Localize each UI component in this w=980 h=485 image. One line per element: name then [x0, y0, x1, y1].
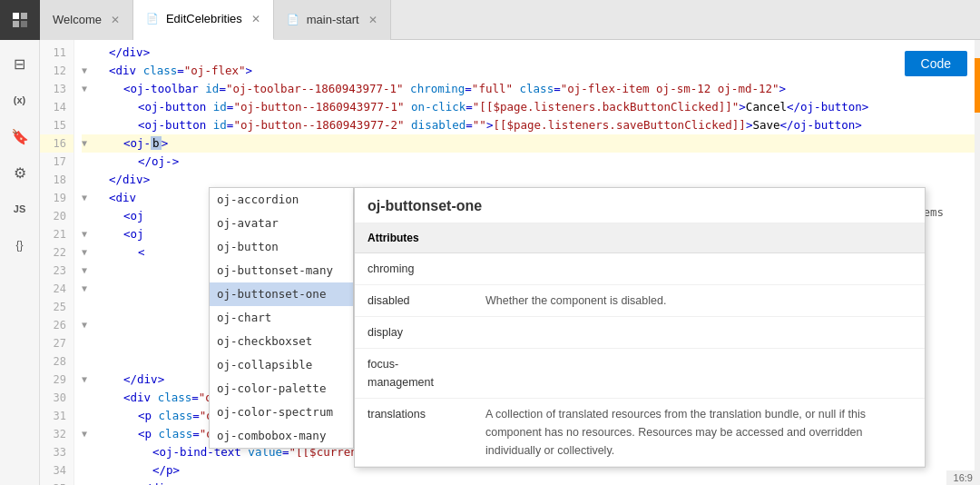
tooltip-table: Attributes chroming disabled Whether the… — [355, 223, 925, 467]
autocomplete-item[interactable]: oj-button — [210, 235, 353, 259]
autocomplete-dropdown[interactable]: oj-accordion oj-avatar oj-button oj-butt… — [209, 187, 354, 449]
tab-main-start-close[interactable]: ✕ — [368, 14, 377, 26]
settings-icon[interactable]: ⚙ — [4, 156, 36, 189]
file-icon[interactable]: ⊟ — [4, 47, 36, 80]
table-row: focus-management — [355, 349, 925, 399]
table-row: disabled Whether the component is disabl… — [355, 285, 925, 317]
autocomplete-item[interactable]: oj-color-palette — [210, 377, 353, 401]
svg-rect-2 — [13, 21, 19, 27]
code-lines[interactable]: </div> ▼ <div class="oj-flex"> ▼ <oj-too… — [74, 40, 980, 485]
code-line-active: ▼ <oj-b> — [82, 134, 980, 153]
svg-rect-1 — [21, 13, 27, 19]
main-area: ⊟ (x) 🔖 ⚙ JS {} Code 11 12 13 14 15 16 1… — [0, 40, 980, 485]
autocomplete-item[interactable]: oj-checkboxset — [210, 330, 353, 353]
autocomplete-item[interactable]: oj-buttonset-many — [210, 259, 353, 282]
tab-edit-celebrities-label: EditCelebrities — [166, 12, 242, 25]
table-row: chroming — [355, 253, 925, 285]
autocomplete-item[interactable]: oj-accordion — [210, 188, 353, 212]
js-icon[interactable]: JS — [4, 193, 36, 225]
scroll-thumb — [975, 58, 980, 113]
status-bar: 16:9 — [946, 470, 980, 485]
autocomplete-item-selected[interactable]: oj-buttonset-one — [210, 282, 353, 306]
tab-main-start-label: main-start — [307, 13, 359, 26]
tab-edit-celebrities-close[interactable]: ✕ — [251, 13, 260, 25]
tab-welcome-close[interactable]: ✕ — [111, 14, 120, 26]
code-line: </div> — [82, 44, 980, 62]
attr-name: disabled — [355, 285, 473, 317]
table-row: display — [355, 317, 925, 349]
code-line: <oj-button id="oj-button--1860943977-2" … — [82, 116, 980, 134]
tab-main-start[interactable]: 📄 main-start ✕ — [274, 0, 391, 40]
tooltip-panel: oj-buttonset-one Attributes chroming — [354, 187, 926, 468]
table-row: translations A collection of translated … — [355, 399, 925, 467]
code-container: 11 12 13 14 15 16 17 18 19 20 21 22 23 2… — [40, 40, 980, 485]
code-line: </div> — [82, 171, 980, 189]
attr-name: display — [355, 317, 473, 349]
braces-icon[interactable]: {} — [4, 229, 36, 262]
sidebar: ⊟ (x) 🔖 ⚙ JS {} — [0, 40, 40, 485]
attr-desc — [473, 349, 925, 399]
code-line: ▼ <oj-toolbar id="oj-toolbar--1860943977… — [82, 80, 980, 98]
bookmark-icon[interactable]: 🔖 — [4, 120, 36, 153]
code-line: </oj-> — [82, 153, 980, 171]
code-line: ▼ <div class="oj-flex"> — [82, 62, 980, 80]
code-line: <oj-button id="oj-button--1860943977-1" … — [82, 98, 980, 116]
autocomplete-item[interactable]: oj-color-spectrum — [210, 401, 353, 424]
tooltip-title: oj-buttonset-one — [355, 188, 925, 223]
attr-desc: A collection of translated resources fro… — [473, 399, 925, 467]
autocomplete-item[interactable]: oj-combobox-many — [210, 424, 353, 448]
attr-desc — [473, 317, 925, 349]
attr-name: focus-management — [355, 349, 473, 399]
autocomplete-item[interactable]: oj-chart — [210, 306, 353, 330]
line-numbers: 11 12 13 14 15 16 17 18 19 20 21 22 23 2… — [40, 40, 74, 485]
attributes-header: Attributes — [355, 223, 925, 253]
app-icon — [0, 0, 40, 40]
attr-desc: Whether the component is disabled. — [473, 285, 925, 317]
svg-rect-3 — [21, 21, 27, 27]
autocomplete-item[interactable]: oj-collapsible — [210, 353, 353, 377]
tab-bar: Welcome ✕ 📄 EditCelebrities ✕ 📄 main-sta… — [0, 0, 980, 40]
tab-welcome[interactable]: Welcome ✕ — [40, 0, 133, 40]
tab-main-start-icon: 📄 — [287, 14, 299, 25]
tab-edit-celebrities-icon: 📄 — [146, 13, 159, 25]
search-icon[interactable]: (x) — [4, 84, 36, 116]
code-line: </div> — [82, 480, 980, 485]
attr-desc — [473, 253, 925, 285]
attr-name: chroming — [355, 253, 473, 285]
editor-area[interactable]: Code 11 12 13 14 15 16 17 18 19 20 21 22… — [40, 40, 980, 485]
tab-welcome-label: Welcome — [53, 13, 102, 26]
attr-name: translations — [355, 399, 473, 467]
tab-edit-celebrities[interactable]: 📄 EditCelebrities ✕ — [133, 0, 274, 40]
svg-rect-0 — [13, 13, 19, 19]
autocomplete-item[interactable]: oj-avatar — [210, 212, 353, 235]
scroll-indicator[interactable] — [975, 40, 980, 485]
